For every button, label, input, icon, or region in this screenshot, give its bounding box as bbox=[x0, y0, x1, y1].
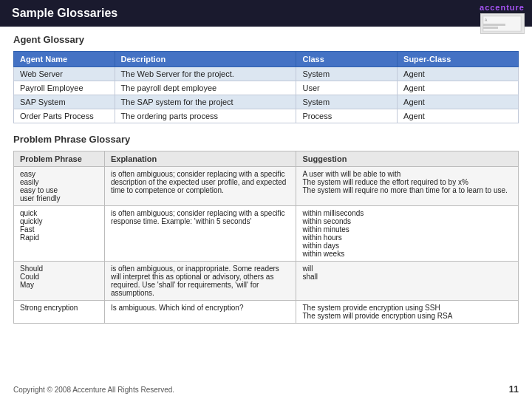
agent-table-row: Payroll Employee The payroll dept employ… bbox=[14, 81, 519, 95]
accenture-logo-text: accenture bbox=[480, 3, 525, 12]
problem-table-row: Strong encryption Is ambiguous. Which ki… bbox=[14, 301, 519, 324]
agent-col-name-header: Agent Name bbox=[14, 52, 115, 67]
problem-phrase-cell: quickquicklyFastRapid bbox=[14, 206, 105, 262]
problem-col-suggestion-header: Suggestion bbox=[296, 151, 519, 167]
problem-table-row: quickquicklyFastRapid is often ambiguous… bbox=[14, 206, 519, 262]
agent-name-cell: Web Server bbox=[14, 67, 115, 81]
problem-explanation-cell: is often ambiguous, or inappropriate. So… bbox=[104, 262, 296, 301]
page-number: 11 bbox=[509, 384, 519, 395]
agent-desc-cell: The SAP system for the project bbox=[115, 95, 296, 109]
problem-suggestion-cell: A user with will be able to with The sys… bbox=[296, 167, 519, 206]
accenture-logo-image: A bbox=[480, 13, 525, 34]
agent-name-cell: SAP System bbox=[14, 95, 115, 109]
problem-suggestion-cell: within millisecondswithin secondswithin … bbox=[296, 206, 519, 262]
problem-glossary-title: Problem Phrase Glossary bbox=[13, 134, 519, 145]
copyright-text: Copyright © 2008 Accenture All Rights Re… bbox=[13, 386, 174, 394]
agent-name-cell: Order Parts Process bbox=[14, 109, 115, 123]
agent-superclass-cell: Agent bbox=[398, 109, 519, 123]
agent-class-cell: System bbox=[296, 95, 398, 109]
problem-phrase-cell: Strong encryption bbox=[14, 301, 105, 324]
problem-table-row: easyeasilyeasy to useuser friendly is of… bbox=[14, 167, 519, 206]
svg-rect-3 bbox=[483, 24, 505, 26]
agent-col-super-header: Super-Class bbox=[398, 52, 519, 67]
agent-class-cell: System bbox=[296, 67, 398, 81]
agent-table-row: Order Parts Process The ordering parts p… bbox=[14, 109, 519, 123]
problem-phrase-cell: easyeasilyeasy to useuser friendly bbox=[14, 167, 105, 206]
footer: Copyright © 2008 Accenture All Rights Re… bbox=[13, 384, 519, 395]
problem-explanation-cell: is often ambiguous; consider replacing w… bbox=[104, 167, 296, 206]
problem-phrase-cell: ShouldCouldMay bbox=[14, 262, 105, 301]
problem-table-row: ShouldCouldMay is often ambiguous, or in… bbox=[14, 262, 519, 301]
page-title: Sample Glossaries bbox=[12, 7, 117, 20]
svg-rect-4 bbox=[483, 27, 498, 29]
problem-col-phrase-header: Problem Phrase bbox=[14, 151, 105, 167]
agent-superclass-cell: Agent bbox=[398, 95, 519, 109]
agent-col-desc-header: Description bbox=[115, 52, 296, 67]
agent-table-row: Web Server The Web Server for the projec… bbox=[14, 67, 519, 81]
problem-suggestion-cell: willshall bbox=[296, 262, 519, 301]
agent-glossary-table: Agent Name Description Class Super-Class… bbox=[13, 51, 519, 123]
agent-col-class-header: Class bbox=[296, 52, 398, 67]
agent-desc-cell: The payroll dept employee bbox=[115, 81, 296, 95]
problem-col-explanation-header: Explanation bbox=[104, 151, 296, 167]
agent-desc-cell: The Web Server for the project. bbox=[115, 67, 296, 81]
problem-explanation-cell: Is ambiguous. Which kind of encryption? bbox=[104, 301, 296, 324]
agent-class-cell: Process bbox=[296, 109, 398, 123]
agent-table-header-row: Agent Name Description Class Super-Class bbox=[14, 52, 519, 67]
agent-glossary-title: Agent Glossary bbox=[13, 34, 519, 45]
agent-superclass-cell: Agent bbox=[398, 67, 519, 81]
agent-desc-cell: The ordering parts process bbox=[115, 109, 296, 123]
agent-table-row: SAP System The SAP system for the projec… bbox=[14, 95, 519, 109]
accenture-logo: accenture A bbox=[480, 3, 525, 34]
main-content: Agent Glossary Agent Name Description Cl… bbox=[0, 27, 532, 331]
agent-name-cell: Payroll Employee bbox=[14, 81, 115, 95]
header-bar: Sample Glossaries accenture A bbox=[0, 0, 532, 27]
problem-explanation-cell: is often ambiguous; consider replacing w… bbox=[104, 206, 296, 262]
agent-class-cell: User bbox=[296, 81, 398, 95]
problem-table-header-row: Problem Phrase Explanation Suggestion bbox=[14, 151, 519, 167]
problem-glossary-table: Problem Phrase Explanation Suggestion ea… bbox=[13, 151, 519, 324]
problem-suggestion-cell: The system provide encryption using SSHT… bbox=[296, 301, 519, 324]
agent-superclass-cell: Agent bbox=[398, 81, 519, 95]
